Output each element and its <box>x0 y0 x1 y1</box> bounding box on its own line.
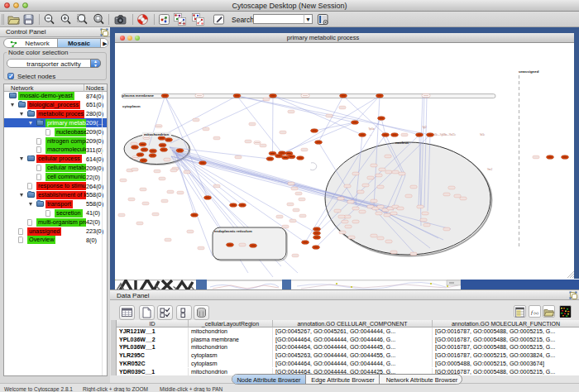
svg-text:endoplasmic reticulum: endoplasmic reticulum <box>214 229 252 233</box>
svg-text:(x): (x) <box>534 311 538 315</box>
svg-text:nucleus: nucleus <box>395 141 409 145</box>
svg-text:Yol1c: Yol1c <box>480 133 486 136</box>
svg-text:cytoplasm: cytoplasm <box>122 104 141 108</box>
svg-text:Ygl2: Ygl2 <box>422 126 427 129</box>
svg-text:mitochondrion: mitochondrion <box>144 132 169 136</box>
svg-text:Ymr2: Ymr2 <box>487 168 493 171</box>
svg-text:Ydr05c—Ygl08w—Ybr21c: Ydr05c—Ygl08w—Ybr21c <box>431 133 457 136</box>
svg-text:unassigned: unassigned <box>519 69 539 74</box>
svg-text:plasma membrane: plasma membrane <box>122 93 155 98</box>
svg-text:....: .... <box>370 134 372 136</box>
svg-text:Ypr1w: Ypr1w <box>368 127 374 131</box>
